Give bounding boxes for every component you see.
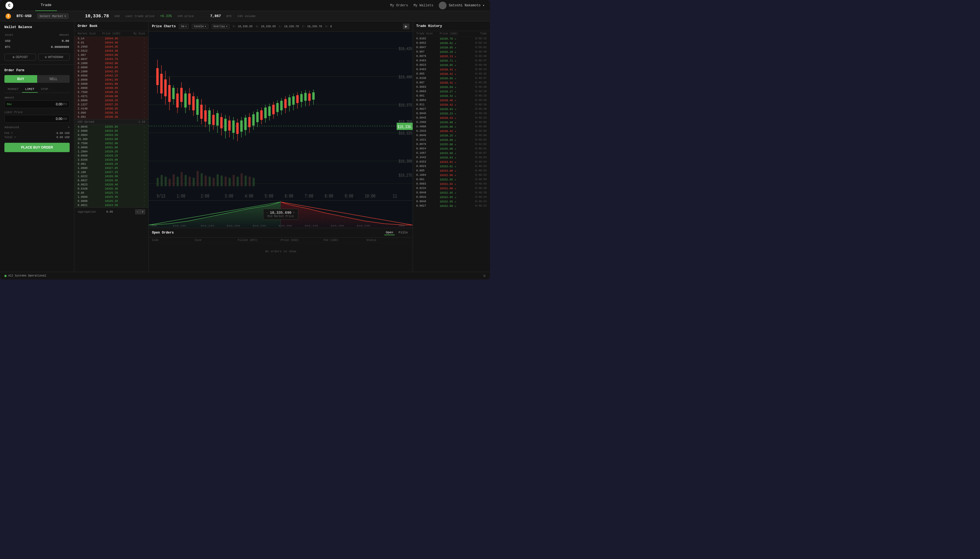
svg-rect-76 [244,118,247,130]
svg-rect-98 [288,98,291,106]
ohlcv-l: L: 10,336.78 [279,25,299,28]
svg-text:$10,425: $10,425 [399,46,412,51]
bid-row[interactable]: 0.002310326.40- [74,183,148,187]
ask-row[interactable]: 0.592210344.30- [74,49,148,53]
ticker-volume-currency: BTC [227,15,232,18]
open-tab[interactable]: Open [384,230,395,235]
svg-rect-62 [216,113,219,126]
svg-rect-110 [312,93,315,100]
ask-row[interactable]: 1.437110340.00- [74,94,148,99]
ask-row[interactable]: 0.0110344.40- [74,41,148,45]
bid-row[interactable]: 0.00110328.15- [74,162,148,166]
market-select[interactable]: Select Market ▾ [37,13,68,19]
ask-row[interactable]: 2.414010336.55- [74,107,148,111]
svg-text:6:00: 6:00 [285,194,293,199]
mid-price-overlay: — 10,335.690 + Mid Market Price [263,209,298,220]
trade-history-row: 0.00710335.29 ↗9:49:49 [413,50,490,54]
ask-row[interactable]: 0.600010341.80- [74,82,148,86]
chart-area[interactable]: 9/13 1:00 2:00 3:00 4:00 5:00 6:00 7:00 … [149,31,413,200]
ask-row[interactable]: 2.000010342.85- [74,66,148,69]
advanced-toggle[interactable]: Advanced ▾ [4,126,70,129]
trade-history-row: 0.009310338.27 ↗9:49:28 [413,89,490,94]
ask-row[interactable]: 0.100010342.90- [74,61,148,66]
bid-row[interactable]: 1.290410329.35- [74,150,148,154]
svg-rect-12 [181,172,182,186]
left-panel: Wallet Balance Asset Amount USD0.00BTC0.… [0,22,74,272]
bid-row[interactable]: 25.30010333.00- [74,137,148,141]
buy-button[interactable]: BUY [4,75,37,83]
ask-row[interactable]: 5.60110336.30- [74,115,148,119]
bid-row[interactable]: 0.002110324.50- [74,203,148,207]
bid-row[interactable]: 0.098410333.50- [74,133,148,137]
trade-history-row: 0.293310336.42 ↗9:49:06 [413,129,490,134]
ask-row[interactable]: 0.759910340.35- [74,90,148,94]
bid-row[interactable]: 0.10010327.25- [74,170,148,174]
bid-row[interactable]: 6.000010325.25- [74,199,148,203]
overlay-select[interactable]: Overlay ▾ [212,24,230,29]
sell-button[interactable]: SELL [37,75,70,83]
ask-row[interactable]: 1.00710344.00- [74,53,148,57]
chart-type-select[interactable]: Candle ▾ [192,24,208,29]
bid-row[interactable]: 0.0510325.75- [74,191,148,195]
ask-row[interactable]: 3.000010339.25- [74,99,148,103]
bid-row[interactable]: 4.004510335.05- [74,125,148,129]
my-wallets-link[interactable]: My Wallets [413,3,433,7]
ask-row[interactable]: 0.068810342.15- [74,74,148,78]
agg-plus-button[interactable]: + [140,209,145,214]
my-orders-link[interactable]: My Orders [390,3,408,7]
ask-row[interactable]: 0.004710343.75- [74,57,148,61]
market-tab[interactable]: MARKET [4,86,22,93]
ask-row[interactable]: 0.100010342.65- [74,69,148,74]
ask-row[interactable]: 3.00010336.35- [74,111,148,115]
withdraw-button[interactable]: ⊖ WITHDRAW [38,54,70,61]
amount-input-wrap: Max BTC [4,101,70,108]
asset-symbol: BTC [5,44,25,50]
limit-price-input[interactable] [7,117,62,121]
ask-row[interactable]: 3.1410344.45- [74,36,148,41]
svg-text:-300: -300 [149,225,157,227]
bid-row[interactable]: 0.099910329.25- [74,154,148,158]
ask-row[interactable]: 1.000010340.65- [74,86,148,90]
bid-row[interactable]: 3.000010331.00- [74,146,148,150]
bid-row[interactable]: 3.026810329.00- [74,158,148,162]
ask-row[interactable]: 0.299910344.35- [74,45,148,49]
bid-row[interactable]: 1.000010325.45- [74,195,148,199]
max-link[interactable]: Max [7,103,12,106]
trade-history-row: 0.007610335.00 ↗9:42:02 [413,142,490,147]
trade-history-row: 0.023410331.00 ↗9:48:28 [413,186,490,191]
trade-history-row: 0.010210336.78 ↗9:50:15 [413,36,490,41]
ask-row[interactable]: 0.132710337.35- [74,103,148,107]
agg-minus-button[interactable]: − [135,209,140,214]
stop-tab[interactable]: STOP [38,86,51,93]
settings-icon[interactable]: ⚙ [483,273,486,278]
wallet-section: Wallet Balance Asset Amount USD0.00BTC0.… [0,22,74,64]
nav-tab-trade[interactable]: Trade [35,0,57,11]
amount-input[interactable] [12,103,62,106]
svg-rect-102 [296,95,298,103]
bid-row[interactable]: 0.616810326.30- [74,187,148,191]
bid-row[interactable]: 0.759910332.90- [74,141,148,146]
bid-row[interactable]: 2.500010334.95- [74,129,148,133]
timeframe-select[interactable]: 5m ▾ [179,24,189,29]
trade-history-row: 0.166710333.60 ↗9:48:57 [413,151,490,155]
chart-nav-button[interactable]: ▶ [403,24,410,29]
svg-rect-38 [168,85,171,102]
svg-rect-6 [157,178,159,186]
user-area[interactable]: Satoshi Nakamoto ▾ [439,2,484,9]
ask-row[interactable]: 2.000010341.95- [74,78,148,82]
app-container: C Trade My Orders My Wallets Satoshi Nak… [0,0,490,280]
fills-tab[interactable]: Fills [397,230,410,235]
bid-row[interactable]: 1.000010327.95- [74,166,148,170]
trade-history-row: 0.004810332.95 ↗9:48:28 [413,191,490,195]
deposit-button[interactable]: ⊕ DEPOSIT [4,54,36,61]
svg-text:$10,325: $10,325 [399,131,412,136]
trade-history-row: 0.002710332.00 ↗9:48:22 [413,204,490,208]
app-logo[interactable]: C [5,2,13,9]
bid-row[interactable]: 1.022210326.50- [74,174,148,179]
wallet-asset-row: USD0.00 [5,38,69,44]
chevron-down-icon: ▾ [64,14,66,18]
bid-row[interactable]: 0.003710326.45- [74,179,148,183]
place-order-button[interactable]: PLACE BUY ORDER [4,143,70,152]
trade-history-row: 0.002410335.00 ↗9:49:01 [413,147,490,151]
limit-tab[interactable]: LIMIT [22,86,38,93]
